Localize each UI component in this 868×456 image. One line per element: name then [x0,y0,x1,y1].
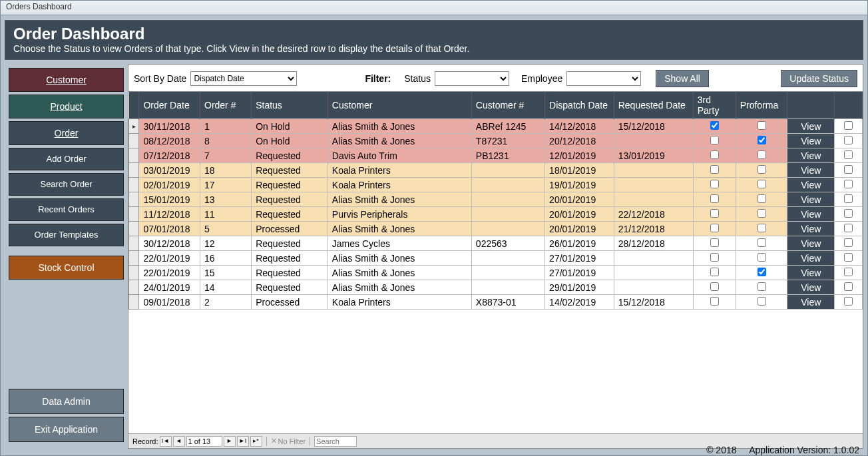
view-button[interactable]: View [787,280,835,295]
show-all-button[interactable]: Show All [656,70,709,87]
sidebar-item-order-templates[interactable]: Order Templates [9,224,124,246]
row-selector[interactable] [129,236,139,251]
record-search-input[interactable] [314,436,357,447]
cell-order-date[interactable]: 22/01/2019 [139,266,200,280]
row-selector[interactable] [129,163,139,178]
cell-dispatch-date[interactable]: 14/12/2018 [545,119,614,134]
col-customer[interactable]: Customer [327,92,471,119]
cell-requested-date[interactable] [614,178,693,192]
view-button[interactable]: View [787,178,835,192]
proforma-checkbox[interactable] [758,194,766,203]
proforma-checkbox[interactable] [758,209,766,218]
row-select-checkbox[interactable] [844,268,853,276]
third-party-checkbox[interactable] [710,224,719,232]
row-selector[interactable] [129,178,139,192]
cell-status[interactable]: Requested [252,148,328,163]
col-status[interactable]: Status [252,92,328,119]
third-party-checkbox[interactable] [710,297,719,306]
cell-dispatch-date[interactable]: 29/01/2019 [545,280,614,295]
third-party-checkbox[interactable] [710,194,719,203]
cell-customer[interactable]: Alias Smith & Jones [327,222,471,236]
row-select-checkbox[interactable] [844,238,853,247]
third-party-checkbox[interactable] [710,238,719,247]
sidebar-item-search-order[interactable]: Search Order [9,173,124,196]
cell-customer-no[interactable] [471,178,544,192]
cell-order-date[interactable]: 30/11/2018 [139,119,200,134]
cell-customer-no[interactable] [471,222,544,236]
cell-requested-date[interactable]: 28/12/2018 [614,236,693,251]
proforma-checkbox[interactable] [758,297,766,306]
nav-next-icon[interactable]: ► [224,436,236,447]
cell-dispatch-date[interactable]: 18/01/2019 [545,163,614,178]
cell-dispatch-date[interactable]: 27/01/2019 [545,251,614,266]
row-select-checkbox[interactable] [844,121,853,130]
cell-order-date[interactable]: 30/12/2018 [139,236,200,251]
third-party-checkbox[interactable] [710,150,719,159]
cell-requested-date[interactable]: 22/12/2018 [614,207,693,222]
row-select-checkbox[interactable] [844,165,853,174]
third-party-checkbox[interactable] [710,253,719,262]
row-select-checkbox[interactable] [844,253,853,262]
cell-order-date[interactable]: 02/01/2019 [139,178,200,192]
sidebar-item-exit-application[interactable]: Exit Application [9,417,124,442]
row-selector[interactable] [129,295,139,310]
proforma-checkbox[interactable] [758,150,766,159]
row-select-checkbox[interactable] [844,282,853,291]
row-selector[interactable] [129,266,139,280]
col-dispatch-date[interactable]: Dispatch Date [545,92,614,119]
status-select[interactable] [435,71,509,86]
sidebar-item-product[interactable]: Product [9,95,124,118]
cell-customer-no[interactable] [471,266,544,280]
cell-customer[interactable]: Alias Smith & Jones [327,119,471,134]
cell-customer[interactable]: Koala Printers [327,163,471,178]
cell-customer-no[interactable]: PB1231 [471,148,544,163]
cell-customer-no[interactable]: X8873-01 [471,295,544,310]
cell-customer[interactable]: Alias Smith & Jones [327,134,471,148]
third-party-checkbox[interactable] [710,209,719,218]
cell-status[interactable]: On Hold [252,134,328,148]
row-select-checkbox[interactable] [844,224,853,232]
row-selector[interactable] [129,134,139,148]
view-button[interactable]: View [787,236,835,251]
cell-order-date[interactable]: 07/12/2018 [139,148,200,163]
cell-order-date[interactable]: 07/01/2018 [139,222,200,236]
cell-order-date[interactable]: 11/12/2018 [139,207,200,222]
row-select-checkbox[interactable] [844,297,853,306]
nav-prev-icon[interactable]: ◄ [173,436,185,447]
cell-order-no[interactable]: 15 [200,266,252,280]
sidebar-item-order[interactable]: Order [9,121,124,145]
cell-customer-no[interactable] [471,251,544,266]
update-status-button[interactable]: Update Status [781,70,857,87]
cell-status[interactable]: Requested [252,192,328,207]
col-proforma[interactable]: Proforma [736,92,787,119]
row-selector[interactable] [129,148,139,163]
view-button[interactable]: View [787,148,835,163]
cell-order-date[interactable]: 09/01/2018 [139,295,200,310]
cell-requested-date[interactable] [614,192,693,207]
cell-status[interactable]: Processed [252,295,328,310]
view-button[interactable]: View [787,119,835,134]
cell-requested-date[interactable] [614,134,693,148]
cell-requested-date[interactable] [614,163,693,178]
row-selector[interactable] [129,251,139,266]
cell-customer[interactable]: Purvis Peripherals [327,207,471,222]
third-party-checkbox[interactable] [710,268,719,276]
employee-select[interactable] [566,71,641,86]
cell-order-no[interactable]: 8 [200,134,252,148]
sort-by-date-select[interactable]: Dispatch Date [190,71,297,86]
cell-requested-date[interactable] [614,280,693,295]
cell-requested-date[interactable] [614,266,693,280]
nav-new-icon[interactable]: ▸* [250,436,262,447]
cell-customer-no[interactable]: ABRef 1245 [471,119,544,134]
nav-last-icon[interactable]: ►I [237,436,249,447]
cell-dispatch-date[interactable]: 20/12/2018 [545,134,614,148]
cell-order-no[interactable]: 7 [200,148,252,163]
third-party-checkbox[interactable] [710,121,719,130]
cell-dispatch-date[interactable]: 20/01/2019 [545,207,614,222]
cell-status[interactable]: Requested [252,236,328,251]
third-party-checkbox[interactable] [710,165,719,174]
cell-dispatch-date[interactable]: 12/01/2019 [545,148,614,163]
cell-order-no[interactable]: 11 [200,207,252,222]
proforma-checkbox[interactable] [758,136,766,144]
view-button[interactable]: View [787,222,835,236]
